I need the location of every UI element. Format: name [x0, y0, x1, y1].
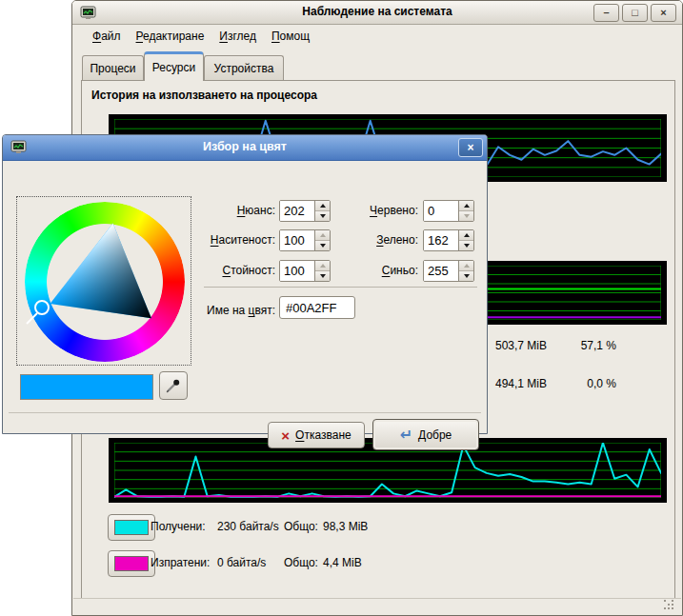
action-area-separator	[9, 412, 481, 413]
hue-label: Нюанс:	[117, 204, 275, 217]
resize-grip[interactable]	[664, 600, 675, 611]
swap-size-value: 494,1 MiB	[495, 377, 547, 390]
sent-color-swatch	[114, 556, 149, 571]
maximize-button[interactable]: □	[622, 4, 648, 22]
cpu-history-heading: История на използването на процесора	[91, 89, 317, 102]
main-window-titlebar[interactable]: Наблюдение на системата – □ ×	[72, 1, 682, 25]
menu-edit[interactable]: Редактиране	[129, 27, 212, 46]
tab-processes[interactable]: Процеси	[82, 55, 144, 81]
tab-devices[interactable]: Устройства	[204, 55, 284, 81]
saturation-input[interactable]	[280, 230, 314, 250]
eyedropper-button[interactable]	[159, 371, 188, 400]
blue-spin-up	[459, 261, 473, 270]
close-button[interactable]: ×	[651, 4, 676, 22]
blue-spin-down[interactable]	[459, 270, 473, 281]
value-label: Стойност:	[117, 264, 275, 277]
red-spin-up[interactable]	[459, 201, 473, 210]
menubar: Файл Редактиране Изглед Помощ	[72, 26, 317, 47]
hue-saturation-wheel[interactable]	[25, 202, 185, 362]
sent-rate: 0 байта/s	[217, 556, 284, 569]
sent-legend-row: Изпратени: 0 байта/s Общо: 4,4 MiB	[151, 556, 362, 569]
swap-percent-value: 0,0 %	[587, 377, 616, 390]
eyedropper-icon	[165, 377, 182, 394]
swap-usage-row: 494,1 MiB 0,0 %	[495, 377, 616, 390]
memory-size-value: 503,7 MiB	[495, 339, 547, 352]
statusbar	[73, 598, 681, 614]
dialog-body: Нюанс: Червено: Наситеност: Зелено: Стой…	[3, 161, 487, 433]
window-title: Наблюдение на системата	[72, 5, 682, 18]
memory-usage-row: 503,7 MiB 57,1 %	[495, 339, 616, 352]
received-color-button[interactable]	[108, 514, 155, 541]
green-label: Зелено:	[317, 233, 418, 247]
received-total: 98,3 MiB	[323, 520, 368, 533]
red-input[interactable]	[424, 201, 458, 221]
dialog-close-icon: ×	[467, 142, 473, 153]
current-color-preview	[20, 374, 153, 400]
green-input[interactable]	[424, 230, 458, 250]
red-spin-down	[459, 210, 473, 221]
received-color-swatch	[114, 520, 149, 535]
menu-help[interactable]: Помощ	[264, 27, 317, 46]
network-chart-plot	[114, 443, 661, 498]
red-label: Червено:	[317, 204, 418, 217]
received-total-label: Общо:	[284, 520, 323, 533]
green-spinner[interactable]	[423, 229, 474, 251]
memory-percent-value: 57,1 %	[581, 339, 616, 352]
sent-color-button[interactable]	[108, 550, 155, 577]
dialog-titlebar[interactable]: Избор на цвят ×	[3, 135, 487, 161]
received-legend-row: Получени: 230 байта/s Общо: 98,3 MiB	[151, 520, 368, 533]
hue-input[interactable]	[280, 201, 314, 221]
cancel-icon: ×	[281, 428, 290, 443]
sent-label: Изпратени:	[151, 556, 217, 569]
minimize-button[interactable]: –	[593, 4, 619, 22]
hue-marker[interactable]	[25, 202, 185, 362]
ok-button[interactable]: ↵ Добре	[372, 419, 479, 450]
tab-resources[interactable]: Ресурси	[144, 51, 204, 81]
color-picker-dialog: Избор на цвят ×	[2, 134, 488, 434]
dialog-title: Избор на цвят	[3, 140, 487, 153]
menu-view[interactable]: Изглед	[211, 27, 264, 46]
close-icon: ×	[660, 8, 666, 18]
blue-spinner[interactable]	[423, 260, 474, 282]
dialog-close-button[interactable]: ×	[458, 138, 483, 157]
blue-label: Синьо:	[317, 264, 418, 277]
saturation-label: Наситеност:	[117, 233, 275, 247]
received-rate: 230 байта/s	[217, 520, 284, 533]
cancel-button[interactable]: × Отказване	[268, 422, 365, 448]
green-spin-down[interactable]	[459, 240, 473, 250]
value-input[interactable]	[280, 261, 314, 281]
blue-input[interactable]	[424, 261, 458, 281]
minimize-icon: –	[603, 8, 609, 18]
red-spinner[interactable]	[423, 200, 474, 222]
color-name-input[interactable]	[279, 296, 355, 319]
sent-total: 4,4 MiB	[323, 556, 362, 569]
received-label: Получени:	[151, 520, 217, 533]
color-name-label: Име на цвят:	[117, 304, 275, 317]
ok-icon: ↵	[400, 427, 412, 443]
green-spin-up[interactable]	[459, 230, 473, 240]
menu-file[interactable]: Файл	[85, 27, 129, 46]
maximize-icon: □	[632, 8, 638, 18]
fields-separator	[204, 287, 477, 288]
sent-total-label: Общо:	[284, 556, 323, 569]
